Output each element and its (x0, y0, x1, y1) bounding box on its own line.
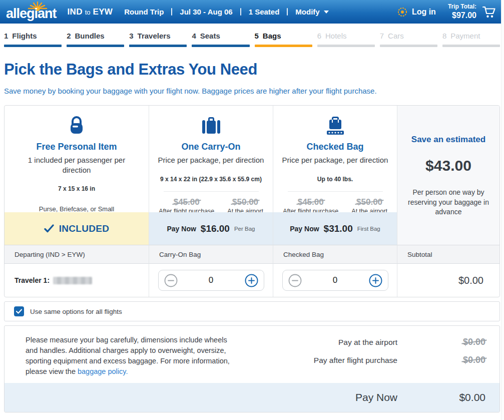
passenger-count: 1 Seated (249, 8, 280, 16)
trip-total-value: $97.00 (448, 11, 476, 21)
bag-options-card: Free Personal Item 1 included per passen… (4, 105, 500, 297)
minus-circle-icon (164, 274, 178, 287)
check-icon (44, 224, 54, 233)
increment-button[interactable] (369, 274, 382, 287)
modify-label: Modify (295, 8, 319, 16)
struck-price: $50.00 (232, 197, 258, 207)
pay-now-price: $16.00 (201, 223, 230, 234)
step-flights[interactable]: 1Flights (4, 32, 62, 47)
pay-at-airport-label: Pay at the airport (230, 338, 397, 347)
step-number: 6 (317, 32, 321, 40)
carry-on-icon (202, 117, 221, 134)
bag-dimensions: 9 x 14 x 22 in (22.9 x 35.6 x 55.9 cm) (149, 176, 273, 183)
bag-description: 1 included per passenger per direction (19, 155, 134, 175)
included-label: INCLUDED (59, 223, 110, 234)
step-label: Hotels (325, 32, 347, 40)
step-bundles[interactable]: 2Bundles (67, 32, 124, 47)
option-personal-item: Free Personal Item 1 included per passen… (5, 106, 149, 212)
pay-now-price: $31.00 (324, 223, 353, 234)
dotted-sun-icon (397, 7, 408, 18)
pay-at-airport-value: $0.00 (397, 337, 499, 347)
bag-name: One Carry-On (149, 142, 273, 152)
step-travelers[interactable]: 3Travelers (129, 32, 187, 47)
carry-on-quantity-cell: 0 (149, 264, 273, 297)
login-label: Log in (412, 8, 436, 17)
decrement-button[interactable] (164, 274, 178, 287)
step-label: Bags (263, 32, 281, 40)
included-badge: INCLUDED (5, 212, 149, 245)
pay-now-value: $0.00 (397, 391, 499, 403)
step-number: 1 (4, 32, 8, 40)
step-progress-bar (192, 45, 249, 47)
trip-dates: Jul 30 - Aug 06 (180, 8, 232, 16)
minus-circle-icon (288, 274, 302, 287)
modify-button[interactable]: Modify (295, 8, 328, 16)
step-number: 4 (192, 32, 196, 40)
step-number: 2 (67, 32, 71, 40)
same-options-checkbox[interactable] (14, 306, 24, 316)
table-header-carry-on: Carry-On Bag (149, 245, 273, 264)
trip-total: Trip Total: $97.00 (448, 3, 476, 21)
divider (288, 191, 383, 192)
row-subtotal: $0.00 (397, 264, 499, 297)
login-button[interactable]: Log in (397, 7, 436, 18)
same-options-row: Use same options for all flights (4, 301, 500, 321)
check-icon (16, 309, 22, 314)
step-progress-bar (317, 45, 375, 47)
pay-at-airport-row: Pay at the airport $0.00 (230, 337, 499, 347)
baggage-policy-link[interactable]: baggage policy. (78, 367, 128, 375)
pay-after-purchase-value: $0.00 (397, 355, 499, 365)
step-label: Seats (200, 32, 220, 40)
trip-summary: IND to EYW Round Trip Jul 30 - Aug 06 1 … (68, 7, 329, 17)
quantity-value: 0 (209, 275, 213, 285)
step-number: 7 (380, 32, 384, 40)
page-subtitle: Save money by booking your baggage with … (4, 87, 500, 95)
same-options-label: Use same options for all flights (30, 308, 122, 315)
step-bags[interactable]: 5Bags (255, 32, 312, 47)
chevron-down-icon (324, 11, 329, 14)
step-progress-bar (67, 45, 124, 47)
pay-now-label: Pay Now (290, 225, 319, 233)
struck-price: $50.00 (356, 197, 382, 207)
allegiant-logo[interactable]: allegiant (6, 3, 57, 22)
plus-circle-icon (245, 274, 258, 287)
step-label: Payment (450, 32, 480, 40)
page: allegiant IND to EYW Round Trip Jul 30 -… (0, 0, 504, 420)
pay-summary: Pay at the airport $0.00 Pay after fligh… (230, 335, 499, 377)
route-to-word: to (85, 9, 91, 16)
scrollbar-track[interactable] (501, 0, 504, 420)
bag-description: Price per package, per direction (154, 155, 269, 165)
checked-bag-icon (325, 117, 345, 135)
savings-description: Per person one way by reserving your bag… (405, 188, 492, 217)
cart-icon (482, 6, 496, 18)
table-header-subtotal: Subtotal (397, 245, 499, 264)
step-seats[interactable]: 4Seats (192, 32, 249, 47)
trip-total-label: Trip Total: (448, 3, 476, 11)
traveler-label: Traveler 1: (15, 276, 50, 284)
step-label: Bundles (75, 32, 104, 40)
cart-button[interactable] (482, 6, 496, 18)
carry-on-pay-now: Pay Now $16.00 Per Bag (149, 212, 273, 245)
step-cars: 7Cars (380, 32, 437, 47)
pay-after-purchase-row: Pay after flight purchase $0.00 (230, 355, 499, 365)
checked-bag-quantity-stepper: 0 (282, 270, 388, 291)
origin-code: IND (68, 7, 83, 17)
traveler-name-redacted (53, 277, 92, 284)
table-header-checked: Checked Bag (273, 245, 397, 264)
increment-button[interactable] (245, 274, 258, 287)
bag-dimensions: 7 x 15 x 16 in (5, 185, 149, 192)
checked-bag-quantity-cell: 0 (273, 264, 397, 297)
trip-type: Round Trip (124, 8, 164, 16)
pay-now-unit: First Bag (357, 226, 380, 232)
step-progress-bar (255, 45, 312, 47)
step-progress-bar (442, 45, 500, 47)
struck-price: $45.00 (298, 197, 324, 207)
savings-amount: $43.00 (397, 157, 499, 174)
savings-title: Save an estimated (397, 135, 499, 145)
pay-now-label: Pay Now (5, 391, 397, 403)
step-progress-bar (380, 45, 437, 47)
summary-section: Please measure your bag carefully, dimen… (4, 325, 500, 412)
checked-bag-pay-now: Pay Now $31.00 First Bag (273, 212, 397, 245)
decrement-button[interactable] (288, 274, 302, 287)
pay-now-bar: Pay Now $0.00 (5, 383, 499, 412)
